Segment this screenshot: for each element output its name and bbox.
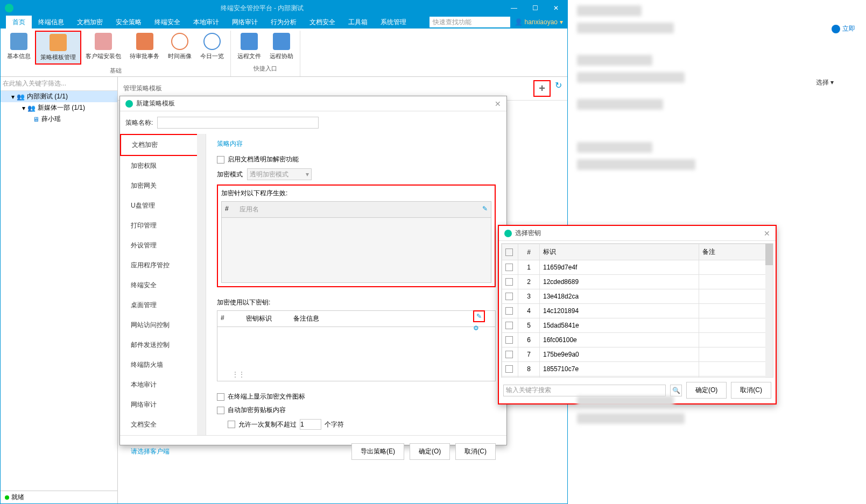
menu-home[interactable]: 首页	[6, 16, 32, 29]
minimize-button[interactable]: —	[506, 4, 522, 12]
policy-tabs: 文档加密 加密权限 加密网关 U盘管理 打印管理 外设管理 应用程序管控 终端安…	[120, 134, 206, 435]
copy-limit-checkbox[interactable]	[228, 421, 235, 428]
quick-search-input[interactable]: 快速查找功能	[430, 17, 510, 27]
menu-doc-security[interactable]: 文档安全	[303, 16, 342, 29]
ribbon-remote-file[interactable]: 远程文件	[233, 31, 265, 62]
tab-terminal-security[interactable]: 终端安全	[120, 275, 206, 295]
col-num-header: #	[518, 244, 540, 260]
ribbon-policy-template[interactable]: 策略模板管理	[35, 31, 81, 65]
ribbon-basic-info[interactable]: 基本信息	[3, 31, 35, 65]
row-checkbox[interactable]	[505, 351, 513, 358]
keys-label: 加密使用以下密钥:	[217, 298, 496, 307]
row-num: 7	[518, 347, 540, 362]
auto-clip-checkbox[interactable]	[217, 407, 224, 414]
ok-button[interactable]: 确定(O)	[410, 443, 450, 460]
row-num: 8	[518, 362, 540, 377]
close-button[interactable]: ✕	[549, 4, 563, 12]
key-table-body	[217, 327, 495, 381]
select-client-link[interactable]: 请选择客户端	[131, 447, 170, 456]
tab-usb[interactable]: U盘管理	[120, 196, 206, 216]
menu-network-audit[interactable]: 网络审计	[226, 16, 264, 29]
menu-doc-encrypt[interactable]: 文档加密	[71, 16, 109, 29]
tab-encrypt-perm[interactable]: 加密权限	[120, 156, 206, 176]
enable-encrypt-label: 启用文档透明加解密功能	[228, 155, 299, 164]
add-button[interactable]: +	[533, 80, 551, 97]
maximize-button[interactable]: ☐	[528, 4, 543, 12]
tab-print[interactable]: 打印管理	[120, 216, 206, 236]
ribbon-client-package[interactable]: 客户端安装包	[81, 31, 125, 65]
app-icon	[5, 4, 13, 12]
tree-panel: 在此输入关键字筛选... ▾👥内部测试 (1/1) ▾👥新媒体一部 (1/1) …	[1, 77, 118, 503]
row-checkbox[interactable]	[505, 264, 513, 271]
cancel-button[interactable]: 取消(C)	[455, 443, 496, 460]
row-checkbox[interactable]	[505, 293, 513, 300]
tab-encrypt-gateway[interactable]: 加密网关	[120, 176, 206, 196]
tab-peripheral[interactable]: 外设管理	[120, 236, 206, 255]
row-checkbox[interactable]	[505, 322, 513, 329]
refresh-button[interactable]: ↻	[555, 80, 562, 97]
select-dropdown[interactable]: 选择 ▾	[816, 78, 834, 87]
tree-child-node[interactable]: ▾👥新媒体一部 (1/1)	[1, 102, 117, 113]
key-col-note: 备注信息	[293, 314, 319, 323]
tabs-scrollbar[interactable]	[197, 134, 206, 435]
policy-name-input[interactable]	[157, 117, 319, 129]
menu-toolbox[interactable]: 工具箱	[342, 16, 374, 29]
modal-close-button[interactable]: ✕	[495, 100, 501, 108]
app-table-body	[222, 218, 491, 282]
menu-terminal-info[interactable]: 终端信息	[32, 16, 71, 29]
status-text: 就绪	[11, 493, 24, 502]
menu-system[interactable]: 系统管理	[374, 16, 413, 29]
tab-local-audit[interactable]: 本地审计	[120, 375, 206, 395]
tab-desktop[interactable]: 桌面管理	[120, 295, 206, 315]
export-policy-button[interactable]: 导出策略(E)	[351, 443, 404, 460]
tab-app-control[interactable]: 应用程序管控	[120, 255, 206, 275]
screen-icon	[273, 33, 290, 50]
clock-icon	[171, 33, 188, 50]
user-menu[interactable]: 👤 hanxiaoyao ▾	[515, 18, 563, 26]
ribbon-pending-approval[interactable]: 待审批事务	[125, 31, 164, 65]
ribbon-today-overview[interactable]: 今日一览	[196, 31, 228, 65]
show-icon-checkbox[interactable]	[217, 393, 224, 401]
new-policy-modal: 新建策略模板 ✕ 策略名称: 文档加密 加密权限 加密网关 U盘管理 打印管理 …	[119, 96, 507, 445]
tab-email[interactable]: 邮件发送控制	[120, 335, 206, 355]
tree-root-node[interactable]: ▾👥内部测试 (1/1)	[1, 91, 117, 102]
select-all-checkbox[interactable]	[505, 249, 513, 256]
copy-limit-label: 允许一次复制不超过	[238, 420, 297, 429]
edit-apps-button[interactable]: ✎	[482, 205, 488, 212]
copy-limit-input[interactable]	[300, 419, 321, 430]
menu-local-audit[interactable]: 本地审计	[187, 16, 226, 29]
row-checkbox[interactable]	[505, 278, 513, 286]
group-icon: 👥	[17, 93, 25, 101]
row-checkbox[interactable]	[505, 307, 513, 315]
key-col-num: #	[221, 314, 224, 323]
tab-firewall[interactable]: 终端防火墙	[120, 355, 206, 375]
menu-security-policy[interactable]: 安全策略	[109, 16, 148, 29]
row-checkbox[interactable]	[505, 336, 513, 344]
tab-doc-encrypt[interactable]: 文档加密	[120, 134, 206, 156]
edit-keys-button[interactable]: ✎	[473, 310, 485, 322]
ribbon-time-portrait[interactable]: 时间画像	[164, 31, 196, 65]
chevron-down-icon: ▾	[306, 171, 309, 178]
tab-doc-security[interactable]: 文档安全	[120, 415, 206, 435]
folder-icon	[241, 33, 258, 50]
section-title: 策略内容	[217, 139, 496, 148]
tree-leaf-node[interactable]: 🖥薛小瑶	[1, 113, 117, 125]
menu-terminal-security[interactable]: 终端安全	[148, 16, 187, 29]
ribbon-remote-assist[interactable]: 远程协助	[265, 31, 298, 62]
menu-behavior[interactable]: 行为分析	[264, 16, 303, 29]
apps-label: 加密针对以下程序生效:	[221, 189, 491, 198]
tab-network-audit[interactable]: 网络审计	[120, 395, 206, 415]
tab-website[interactable]: 网站访问控制	[120, 315, 206, 335]
enable-encrypt-checkbox[interactable]	[217, 156, 224, 164]
key-settings-button[interactable]: ⚙	[473, 324, 485, 332]
modal-icon	[504, 230, 512, 237]
row-num: 5	[518, 318, 540, 333]
ribbon-group-basic-label: 基础	[110, 67, 122, 75]
tree-search-input[interactable]: 在此输入关键字筛选...	[1, 77, 117, 91]
status-bar: 就绪	[1, 491, 117, 503]
tab-approval[interactable]: 审批流程	[120, 435, 206, 435]
login-link[interactable]: 立即	[832, 24, 855, 33]
mode-select[interactable]: 透明加密模式▾	[247, 168, 312, 180]
row-checkbox[interactable]	[505, 365, 513, 373]
row-num: 4	[518, 304, 540, 318]
